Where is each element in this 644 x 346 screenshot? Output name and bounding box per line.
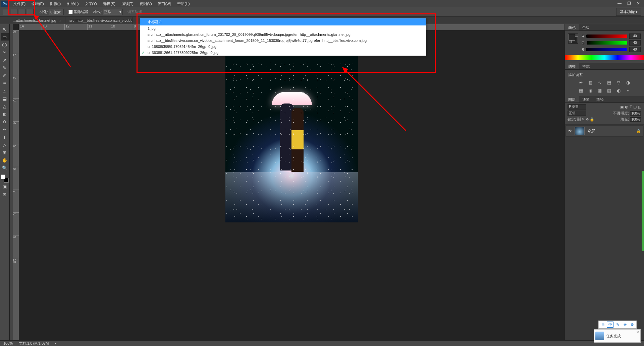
crop-tool[interactable]: ✂ (1, 49, 9, 56)
marquee-tool[interactable]: ▭ (1, 33, 9, 41)
color-swatch-pair[interactable] (568, 33, 578, 44)
document-list-item[interactable]: src=http__attachments.gfan.net.cn_forum_… (140, 31, 426, 38)
filter-pixel-icon[interactable]: ▣ (620, 105, 624, 109)
layer-name[interactable]: 背景 (587, 129, 595, 134)
bw-icon[interactable]: ▦ (578, 87, 584, 93)
layer-thumbnail[interactable] (575, 127, 585, 135)
levels-icon[interactable]: ▥ (587, 79, 594, 85)
menu-image[interactable]: 图像(I) (47, 0, 63, 7)
spectrum-bar[interactable] (565, 55, 644, 60)
visibility-icon[interactable]: 👁 (568, 129, 572, 133)
collapsed-panel-dock[interactable] (9, 24, 13, 340)
b-slider[interactable] (586, 48, 627, 51)
canvas-stage[interactable] (19, 30, 565, 340)
open-documents-dropdown[interactable]: >> 未标题-1 1.jpg src=http__attachments.gfa… (140, 18, 426, 56)
antialias-checkbox[interactable] (68, 10, 73, 14)
document-tab[interactable]: src=http__bbsfiles.vivo.com.cn_vivobbs_a… (65, 17, 132, 24)
selection-mode-new[interactable] (3, 9, 9, 15)
channels-tab[interactable]: 通道 (579, 96, 593, 102)
menu-view[interactable]: 视图(V) (137, 0, 155, 7)
zoom-tool[interactable]: 🔍 (1, 164, 9, 171)
style-dropdown[interactable]: 正常▾ (103, 9, 123, 15)
eraser-tool[interactable]: △ (1, 102, 9, 110)
refine-edge-button[interactable]: 调整边缘... (127, 9, 145, 14)
ime-punct-button[interactable]: ✎ (614, 322, 621, 328)
filter-type-icon[interactable]: T (630, 105, 632, 109)
lasso-tool[interactable]: ◯ (1, 41, 9, 48)
close-icon[interactable]: ✕ (636, 330, 639, 334)
document-tab[interactable]: ...attachments...fan.net.jpg× (9, 17, 65, 24)
layers-tab[interactable]: 图层 (565, 96, 579, 102)
maximize-button[interactable]: ❐ (625, 1, 633, 6)
scrollbar-thumb[interactable] (642, 171, 644, 251)
minimize-button[interactable]: — (615, 1, 624, 6)
adjustments-tab[interactable]: 调整 (565, 63, 579, 69)
menu-edit[interactable]: 编辑(E) (29, 0, 47, 7)
menu-layer[interactable]: 图层(L) (64, 0, 81, 7)
selection-mode-intersect[interactable] (27, 9, 34, 15)
document-list-item[interactable]: u=1680805859,170391454fm=26gp=0.jpg (140, 44, 426, 50)
lock-position-icon[interactable]: ✥ (586, 117, 589, 121)
path-select-tool[interactable]: ▷ (1, 141, 9, 148)
filter-adjust-icon[interactable]: ◐ (625, 105, 628, 109)
opacity-input[interactable]: 100% (630, 111, 641, 116)
color-tab[interactable]: 颜色 (565, 24, 579, 30)
channel-mixer-icon[interactable]: ▩ (596, 87, 603, 93)
healing-tool[interactable]: ✐ (1, 72, 9, 79)
tab-close-icon[interactable]: × (59, 18, 61, 22)
eyedropper-tool[interactable]: ✎ (1, 64, 9, 71)
document-list-item[interactable]: 未标题-1 (140, 18, 426, 25)
selection-mode-subtract[interactable] (19, 9, 25, 15)
photo-filter-icon[interactable]: ◉ (587, 87, 594, 93)
quick-select-tool[interactable]: ↗ (1, 56, 9, 64)
paths-tab[interactable]: 路径 (593, 96, 607, 102)
g-slider[interactable] (587, 41, 627, 45)
r-slider[interactable] (586, 34, 627, 38)
document-list-item[interactable]: ✓u=3638812661,4278309225fm=26gp=0.jpg (140, 50, 426, 56)
pen-tool[interactable]: ✒ (1, 126, 9, 133)
swatches-tab[interactable]: 色板 (579, 24, 593, 30)
quickmask-toggle[interactable]: ▣ (1, 183, 9, 190)
layer-filter-dropdown[interactable]: P 类型 (568, 104, 586, 110)
move-tool[interactable]: ↖ (1, 25, 9, 33)
filter-smart-icon[interactable]: ◫ (638, 105, 641, 109)
curves-icon[interactable]: ∿ (596, 79, 603, 85)
menu-type[interactable]: 文字(Y) (82, 0, 100, 7)
filter-shape-icon[interactable]: ▢ (633, 105, 637, 109)
blend-mode-dropdown[interactable]: 正常 (568, 111, 586, 116)
type-tool[interactable]: T (1, 133, 9, 141)
stamp-tool[interactable]: ▵ (1, 87, 9, 94)
styles-tab[interactable]: 样式 (579, 63, 593, 69)
lock-pixels-icon[interactable]: ✎ (582, 117, 585, 121)
menu-select[interactable]: 选择(S) (100, 0, 118, 7)
hue-icon[interactable]: ◑ (625, 79, 631, 85)
fill-input[interactable]: 100% (630, 117, 641, 122)
doc-info[interactable]: 文档:1.07M/1.07M (19, 341, 49, 346)
g-value[interactable]: 40 (629, 40, 641, 46)
history-brush-tool[interactable]: ⬓ (1, 95, 9, 102)
color-lookup-icon[interactable]: ▧ (606, 87, 612, 93)
hand-tool[interactable]: ✋ (1, 156, 9, 164)
shape-tool[interactable]: ⊞ (1, 149, 9, 156)
selection-mode-add[interactable] (11, 9, 17, 15)
layer-row[interactable]: 👁 背景 🔒 (566, 125, 643, 137)
exposure-icon[interactable]: ▤ (606, 79, 612, 85)
menu-file[interactable]: 文件(F) (11, 0, 28, 7)
foreground-swatch[interactable] (1, 175, 5, 179)
blur-tool[interactable]: ⟰ (1, 118, 9, 125)
b-value[interactable]: 40 (629, 47, 641, 52)
lock-all-icon[interactable]: 🔒 (590, 117, 594, 121)
feather-input[interactable]: 0 像素 (49, 9, 64, 15)
screenmode-toggle[interactable]: ⊡ (1, 191, 9, 198)
ime-lang-button[interactable]: 中 (607, 322, 613, 328)
close-button[interactable]: ✕ (634, 1, 643, 6)
lock-transparent-icon[interactable]: ▦ (577, 117, 581, 121)
ime-logo-icon[interactable]: ⊞ (599, 322, 606, 328)
document-list-item[interactable]: src=http__bbsfiles.vivo.com.cn_vivobbs_a… (140, 38, 426, 44)
color-swatches[interactable] (1, 175, 9, 183)
workspace-switcher[interactable]: 基本功能 ▾ (616, 8, 641, 16)
menu-window[interactable]: 窗口(W) (155, 0, 174, 7)
vibrance-icon[interactable]: ▽ (615, 79, 622, 85)
ime-skin-button[interactable]: ❋ (622, 322, 628, 328)
posterize-icon[interactable]: ▪ (625, 87, 631, 93)
